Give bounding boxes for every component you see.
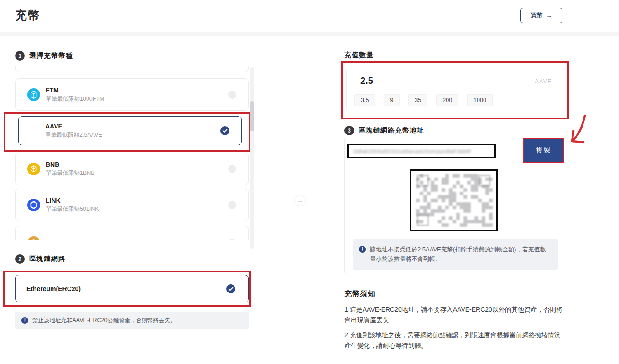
coin-symbol: FTM (46, 87, 104, 94)
note-paragraph: 1.這是AAVE-ERC20地址，請不要存入AAVE-ERC20以外的其他資產，… (344, 304, 565, 325)
network-warning-bar: ! 禁止該地址充非AAVE-ERC20公鏈資產，否則幣將丟失。 (15, 312, 249, 329)
deposit-address-box[interactable]: 1b8ab15h5a921b1sd3acaaU2serjazo8aF3dd4f (347, 144, 496, 158)
check-selected-icon (220, 126, 229, 135)
deposit-address-blurred: 1b8ab15h5a921b1sd3acaaU2serjazo8aF3dd4f (349, 149, 475, 154)
copy-address-button[interactable]: 複製 (523, 138, 564, 163)
coin-card-partial-top[interactable] (15, 66, 249, 72)
copy-address-label: 複製 (536, 146, 551, 154)
gmt-coin-icon (27, 236, 40, 241)
coin-limit: 單筆最低限額1BNB (46, 169, 95, 177)
coin-limit: 單筆最低限額1000FTM (46, 95, 104, 103)
coin-symbol: AAVE (45, 123, 102, 130)
note-paragraph: 2.充值到該地址之後，需要網絡節點確認，到賬速度會根據當前網絡擁堵情況產生變化，… (344, 330, 565, 350)
coin-symbol: BNB (46, 161, 95, 168)
link-coin-icon (27, 199, 40, 211)
network-card-ethereum[interactable]: Ethereum(ERC20) (15, 275, 249, 302)
coin-card-link[interactable]: LINK 單筆最低限額50LINK (15, 189, 249, 221)
min-deposit-note: 該地址不接受低於2.5AAVE充幣(扣除手續費的到帳金額)，若充值數量小於該數量… (370, 245, 551, 264)
step2-title: 區塊鏈網路 (29, 255, 66, 263)
page-title: 充幣 (15, 7, 41, 23)
exclamation-icon: ! (359, 246, 366, 253)
network-warning-text: 禁止該地址充非AAVE-ERC20公鏈資產，否則幣將丟失。 (32, 317, 176, 324)
coin-list-scrollbar-thumb[interactable] (250, 101, 254, 131)
radio-unselected-icon[interactable] (228, 239, 236, 241)
deposit-page: 充幣 買幣 → 1 選擇充幣幣種 FTM 單筆最低限額1000FTM (0, 0, 619, 364)
coin-card-bnb[interactable]: BNB 單筆最低限額1BNB (15, 153, 249, 185)
coin-limit: 單筆最低限額50LINK (46, 205, 99, 213)
qr-code-box (410, 169, 498, 231)
coin-limit: 單筆最低限額2.5AAVE (45, 131, 102, 139)
step2-heading: 2 區塊鏈網路 (15, 254, 66, 264)
coin-symbol: LINK (46, 197, 99, 204)
amount-annotation-box: 2.5 AAVE 3.5 9 35 200 1000 (341, 61, 569, 119)
bnb-coin-icon (27, 163, 40, 175)
network-name: Ethereum(ERC20) (26, 285, 81, 292)
step3-badge: 3 (344, 126, 354, 135)
quick-amount-row: 3.5 9 35 200 1000 (354, 94, 493, 106)
coin-symbol: GMT (46, 239, 60, 241)
qr-finder-icon (417, 214, 429, 226)
step1-badge: 1 (15, 51, 25, 61)
step2-badge: 2 (15, 254, 25, 264)
step1-heading: 1 選擇充幣幣種 (15, 51, 73, 61)
coin-card-aave-selected[interactable]: AAVE 單筆最低限額2.5AAVE (18, 116, 242, 145)
coin-card-gmt[interactable]: GMT (15, 226, 249, 240)
ftm-coin-icon (27, 88, 40, 101)
radio-unselected-icon[interactable] (228, 91, 236, 99)
min-deposit-info-box: ! 該地址不接受低於2.5AAVE充幣(扣除手續費的到帳金額)，若充值數量小於該… (353, 239, 558, 270)
step3-title: 區塊鏈網路充幣地址 (359, 126, 424, 135)
coin-list: FTM 單筆最低限額1000FTM AAVE 單筆最低限額2.5AAVE (4, 66, 250, 240)
radio-unselected-icon[interactable] (228, 165, 236, 173)
coin-list-scrollbar[interactable] (250, 67, 254, 249)
amount-unit-label: AAVE (535, 78, 552, 85)
quick-amount-chip[interactable]: 3.5 (354, 94, 375, 106)
buy-crypto-button[interactable]: 買幣 → (520, 8, 562, 23)
arrow-right-icon: → (297, 197, 303, 204)
step3-heading: 3 區塊鏈網路充幣地址 (344, 126, 424, 135)
buy-crypto-label: 買幣 (531, 11, 543, 20)
collapse-panel-button[interactable]: → (294, 195, 306, 206)
qr-finder-icon (479, 175, 490, 187)
step1-title: 選擇充幣幣種 (29, 51, 73, 60)
arrow-right-icon: → (546, 12, 552, 19)
annotation-arrow-icon (567, 113, 591, 146)
amount-section-title: 充值數量 (344, 51, 374, 60)
exclamation-icon: ! (21, 317, 28, 324)
amount-card: 2.5 AAVE 3.5 9 35 200 1000 (346, 68, 565, 111)
quick-amount-chip[interactable]: 200 (436, 94, 458, 106)
coin-card-ftm[interactable]: FTM 單筆最低限額1000FTM (15, 78, 249, 111)
quick-amount-chip[interactable]: 35 (408, 94, 427, 106)
quick-amount-chip[interactable]: 1000 (467, 94, 493, 106)
check-selected-icon (226, 284, 235, 293)
qr-finder-icon (417, 175, 429, 187)
header-divider (0, 32, 619, 36)
notes-section-title: 充幣須知 (344, 289, 375, 299)
quick-amount-chip[interactable]: 9 (384, 94, 400, 106)
amount-input-value[interactable]: 2.5 (360, 76, 373, 86)
radio-unselected-icon[interactable] (228, 201, 236, 209)
